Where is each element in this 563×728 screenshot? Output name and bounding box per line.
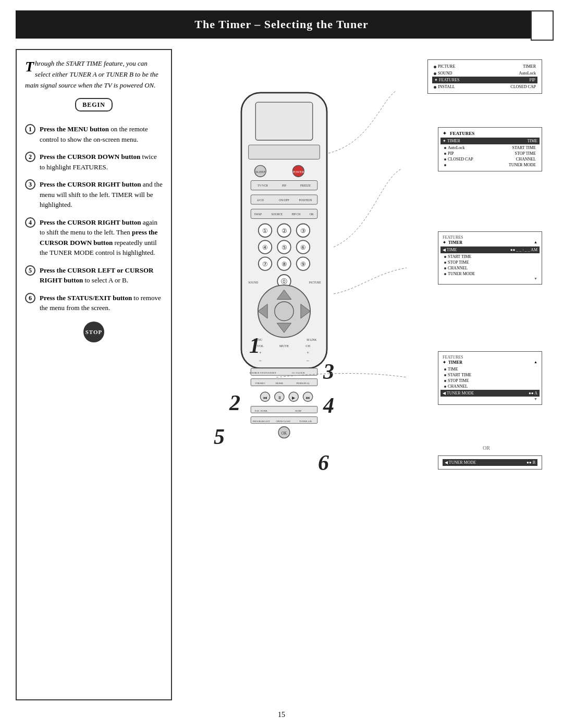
step-overlay-6: 6: [318, 450, 329, 475]
screen4-tunermode-row: ◀ TUNER MODE ●● A: [440, 390, 540, 397]
step-2: 2 Press the CURSOR DOWN button twice to …: [25, 152, 163, 172]
screen3-tunermode-row: TUNER MODE: [443, 271, 537, 277]
svg-text:A/CH: A/CH: [257, 199, 264, 202]
step-overlay-4: 4: [323, 393, 334, 418]
svg-rect-2: [249, 145, 320, 159]
begin-badge: BEGIN: [75, 98, 113, 112]
svg-text:OK: OK: [310, 213, 314, 216]
screen4-stoptime-row: STOP TIME: [443, 378, 537, 384]
features-empty-row: TUNER MODE: [443, 162, 537, 168]
screen-tunermode-b: ◀ TUNER MODE ●● B: [438, 455, 542, 470]
features-closedcap-row: CLOSED CAP CHANNEL: [443, 156, 537, 162]
svg-text:SOURCE: SOURCE: [272, 213, 283, 216]
drop-cap: T: [25, 59, 34, 74]
remote-illustration: SLEEP POWER TV/VCR PIP FREEZE A/CH ON/OF…: [203, 80, 365, 523]
stop-badge-container: STOP: [25, 322, 163, 342]
step-2-number: 2: [25, 152, 35, 162]
svg-text:CH: CH: [305, 344, 310, 348]
svg-text:④: ④: [262, 244, 268, 251]
svg-text:−: −: [307, 358, 310, 364]
main-content: Through the START TIME feature, you can …: [16, 49, 547, 700]
step-5-text: Press the CURSOR LEFT or CURSOR RIGHT bu…: [40, 265, 163, 286]
svg-text:⑨: ⑨: [300, 261, 306, 268]
features-timer-header: ✦FEATURES: [443, 131, 537, 136]
svg-text:SOUND: SOUND: [248, 281, 258, 284]
step-overlay-3: 3: [323, 359, 334, 384]
features-timer-row: ✦ TIMER TIME: [440, 138, 540, 144]
step-6-text: Press the STATUS/EXIT button to remove t…: [40, 293, 163, 313]
step-overlay-2: 2: [229, 390, 240, 415]
svg-text:⑧: ⑧: [282, 261, 287, 268]
screen-main-menu: PICTURE TIMER SOUND AutoLock ✦ FEATURES …: [427, 59, 542, 94]
svg-text:CC CLOCK: CC CLOCK: [292, 372, 305, 374]
svg-text:PIP CH: PIP CH: [291, 213, 300, 216]
menu-row-install: INSTALL CLOSED CAP: [432, 83, 537, 90]
svg-text:−: −: [259, 358, 262, 364]
step-3-number: 3: [25, 179, 35, 190]
menu-row-picture: PICTURE TIMER: [432, 63, 537, 70]
step-4: 4 Press the CURSOR RIGHT button again to…: [25, 217, 163, 258]
screen3-channel-row: CHANNEL: [443, 265, 537, 271]
svg-text:PERSONAL: PERSONAL: [297, 382, 310, 385]
svg-text:PROGRAM LIST: PROGRAM LIST: [253, 420, 270, 423]
screen3-timer-label: ✦TIMER ▲: [443, 240, 537, 245]
step-1-number: 1: [25, 124, 35, 134]
svg-text:SWAP: SWAP: [254, 213, 262, 216]
screen4-starttime-row: START TIME: [443, 372, 537, 378]
menu-row-sound: SOUND AutoLock: [432, 70, 537, 77]
svg-text:ITR/REC: ITR/REC: [255, 382, 266, 385]
or-text: OR: [483, 445, 490, 451]
svg-text:M LINK: M LINK: [307, 338, 316, 341]
svg-text:⑥: ⑥: [300, 244, 306, 251]
svg-text:PICTURE: PICTURE: [309, 281, 321, 284]
step-1: 1 Press the MENU button on the remote co…: [25, 124, 163, 144]
step-overlay-5: 5: [214, 424, 225, 449]
screen4-timer-label: ✦TIMER ▲: [443, 360, 537, 365]
instruction-panel: Through the START TIME feature, you can …: [16, 49, 172, 700]
step-4-number: 4: [25, 217, 35, 228]
svg-text:⏭: ⏭: [306, 396, 310, 400]
svg-text:⓪: ⓪: [281, 278, 287, 285]
screen-timer-submenu: FEATURES ✦TIMER ▲ ◀ TIME ●● _ _ : _ _ AM…: [438, 231, 542, 285]
diagram-area: SLEEP POWER TV/VCR PIP FREEZE A/CH ON/OF…: [172, 49, 547, 674]
svg-text:ON/OFF: ON/OFF: [279, 199, 289, 202]
svg-text:SOURCE STATUS/EXIT: SOURCE STATUS/EXIT: [249, 372, 276, 374]
svg-text:POWER: POWER: [292, 170, 304, 174]
intro-paragraph: Through the START TIME feature, you can …: [25, 58, 163, 91]
step-3: 3 Press the CURSOR RIGHT button and the …: [25, 179, 163, 210]
screen4-features-label: FEATURES: [443, 355, 537, 360]
step-5: 5 Press the CURSOR LEFT or CURSOR RIGHT …: [25, 265, 163, 286]
step-6-number: 6: [25, 293, 35, 303]
svg-text:OK: OK: [282, 431, 287, 436]
screen3-starttime-row: START TIME: [443, 254, 537, 260]
step-5-number: 5: [25, 265, 35, 276]
header-decoration-box: [533, 16, 552, 34]
screen-tunermode-a: FEATURES ✦TIMER ▲ TIME START TIME STOP T…: [438, 351, 542, 405]
svg-text:③: ③: [300, 227, 306, 235]
svg-text:TUNER A/B: TUNER A/B: [299, 420, 312, 423]
page-title: The Timer – Selecting the Tuner: [194, 18, 369, 31]
svg-text:FREEZE: FREEZE: [300, 184, 311, 187]
step-overlay-1: 1: [249, 333, 260, 358]
svg-text:FAV. SURR.: FAV. SURR.: [255, 410, 268, 412]
svg-text:⑦: ⑦: [262, 261, 268, 268]
svg-text:⏮: ⏮: [263, 396, 267, 400]
svg-text:TV/VCR: TV/VCR: [258, 184, 268, 187]
svg-text:SLEEP: SLEEP: [255, 170, 265, 174]
page-number: 15: [0, 711, 563, 728]
step-2-text: Press the CURSOR DOWN button twice to hi…: [40, 152, 163, 172]
svg-text:PIP: PIP: [282, 184, 286, 187]
svg-point-47: [275, 302, 293, 320]
svg-text:①: ①: [262, 227, 268, 235]
step-4-text: Press the CURSOR RIGHT button again to s…: [40, 217, 163, 258]
menu-row-features-highlighted: ✦ FEATURES PIP: [432, 77, 537, 83]
svg-text:POSITION: POSITION: [299, 199, 312, 202]
svg-text:SURF: SURF: [295, 410, 302, 412]
screen3-stoptime-row: STOP TIME: [443, 260, 537, 265]
screen5-tunermode-b-row: ◀ TUNER MODE ●● B: [443, 459, 537, 466]
svg-text:▶: ▶: [292, 396, 296, 400]
screen4-channel-row: CHANNEL: [443, 384, 537, 389]
svg-text:+: +: [307, 350, 309, 355]
svg-text:②: ②: [282, 227, 287, 235]
svg-text:HOME: HOME: [276, 382, 284, 385]
